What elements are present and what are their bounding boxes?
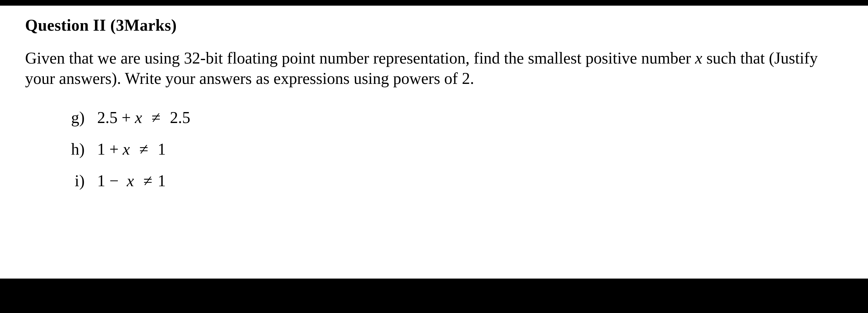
subquestion-g: g) 2.5 + x ≠ 2.5: [60, 107, 843, 128]
subquestion-list: g) 2.5 + x ≠ 2.5 h) 1 + x ≠ 1 i) 1: [25, 107, 843, 191]
subquestion-label: h): [60, 139, 85, 159]
subquestion-label: g): [60, 107, 85, 128]
expr-rhs: 2.5: [170, 109, 190, 127]
expr-lhs-pre: 2.5 +: [97, 109, 135, 127]
expr-rhs: 1: [158, 172, 166, 190]
expr-var: x: [123, 140, 130, 158]
expr-rhs: 1: [158, 140, 166, 158]
prompt-text-before: Given that we are using 32-bit floating …: [25, 49, 695, 67]
page: Question II (3Marks) Given that we are u…: [0, 0, 868, 313]
subquestion-expression: 2.5 + x ≠ 2.5: [97, 107, 190, 128]
subquestion-h: h) 1 + x ≠ 1: [60, 139, 843, 159]
question-heading: Question II (3Marks): [25, 15, 843, 35]
question-prompt: Given that we are using 32-bit floating …: [25, 48, 843, 89]
expr-lhs-pre: 1 +: [97, 140, 123, 158]
expr-var: x: [135, 109, 142, 127]
not-equal-symbol: ≠: [146, 107, 166, 128]
expr-var: x: [127, 172, 134, 190]
subquestion-expression: 1 + x ≠ 1: [97, 139, 166, 159]
not-equal-symbol: ≠: [134, 139, 154, 159]
variable-x: x: [695, 49, 702, 67]
subquestion-i: i) 1 − x ≠ 1: [60, 171, 843, 191]
expr-lhs-pre: 1 −: [97, 172, 123, 190]
subquestion-expression: 1 − x ≠ 1: [97, 171, 166, 191]
bottom-bar: [0, 279, 868, 313]
question-content: Question II (3Marks) Given that we are u…: [0, 6, 868, 191]
not-equal-symbol: ≠: [138, 171, 158, 191]
subquestion-label: i): [60, 171, 85, 191]
top-bar: [0, 0, 868, 6]
